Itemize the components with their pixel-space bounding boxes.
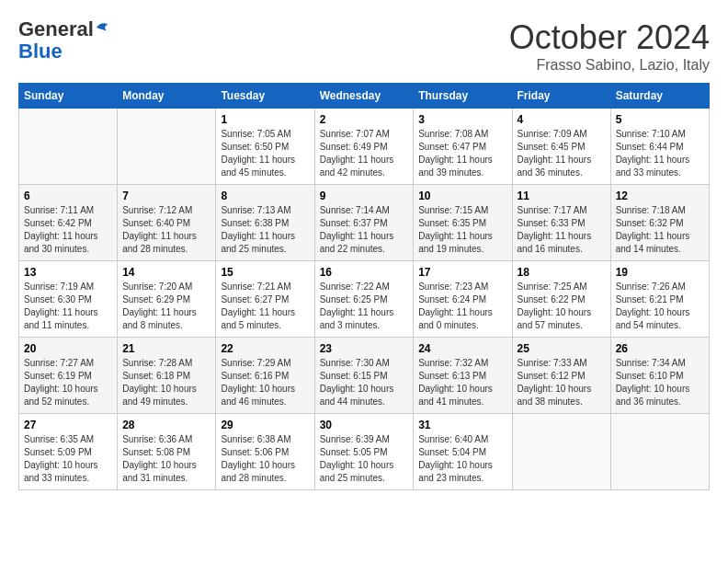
day-info: Sunrise: 6:35 AM Sunset: 5:09 PM Dayligh… <box>24 433 112 485</box>
day-info: Sunrise: 7:32 AM Sunset: 6:13 PM Dayligh… <box>418 357 506 408</box>
calendar-day-18: 18Sunrise: 7:25 AM Sunset: 6:22 PM Dayli… <box>512 261 610 338</box>
calendar-header-row: SundayMondayTuesdayWednesdayThursdayFrid… <box>19 84 710 109</box>
day-info: Sunrise: 7:08 AM Sunset: 6:47 PM Dayligh… <box>418 128 506 179</box>
day-info: Sunrise: 7:11 AM Sunset: 6:42 PM Dayligh… <box>24 204 112 256</box>
day-info: Sunrise: 6:39 AM Sunset: 5:05 PM Dayligh… <box>320 433 409 485</box>
calendar-day-28: 28Sunrise: 6:36 AM Sunset: 5:08 PM Dayli… <box>118 414 216 490</box>
day-number: 9 <box>320 190 409 202</box>
page-header: General Blue October 2024 Frasso Sabino,… <box>18 18 710 74</box>
calendar-day-23: 23Sunrise: 7:30 AM Sunset: 6:15 PM Dayli… <box>314 338 414 414</box>
day-info: Sunrise: 7:09 AM Sunset: 6:45 PM Dayligh… <box>518 128 606 179</box>
day-number: 18 <box>518 266 606 279</box>
calendar-day-14: 14Sunrise: 7:20 AM Sunset: 6:29 PM Dayli… <box>118 261 216 338</box>
day-info: Sunrise: 6:38 AM Sunset: 5:06 PM Dayligh… <box>221 433 309 485</box>
day-number: 24 <box>418 342 506 355</box>
calendar-week-row: 6Sunrise: 7:11 AM Sunset: 6:42 PM Daylig… <box>19 185 710 261</box>
calendar-day-27: 27Sunrise: 6:35 AM Sunset: 5:09 PM Dayli… <box>19 414 118 490</box>
day-info: Sunrise: 7:07 AM Sunset: 6:49 PM Dayligh… <box>320 128 409 179</box>
calendar-day-3: 3Sunrise: 7:08 AM Sunset: 6:47 PM Daylig… <box>414 109 512 185</box>
day-info: Sunrise: 7:28 AM Sunset: 6:18 PM Dayligh… <box>122 357 210 408</box>
day-info: Sunrise: 7:14 AM Sunset: 6:37 PM Dayligh… <box>320 204 409 256</box>
day-info: Sunrise: 6:40 AM Sunset: 5:04 PM Dayligh… <box>418 433 506 485</box>
logo: General Blue <box>18 18 111 63</box>
day-info: Sunrise: 7:23 AM Sunset: 6:24 PM Dayligh… <box>418 281 506 332</box>
day-info: Sunrise: 7:10 AM Sunset: 6:44 PM Dayligh… <box>616 128 704 179</box>
calendar-day-29: 29Sunrise: 6:38 AM Sunset: 5:06 PM Dayli… <box>216 414 314 490</box>
day-info: Sunrise: 7:13 AM Sunset: 6:38 PM Dayligh… <box>221 204 309 256</box>
day-number: 12 <box>616 190 704 202</box>
calendar-day-12: 12Sunrise: 7:18 AM Sunset: 6:32 PM Dayli… <box>610 185 709 261</box>
logo-general: General <box>18 17 94 40</box>
empty-day <box>118 109 216 185</box>
day-info: Sunrise: 7:15 AM Sunset: 6:35 PM Dayligh… <box>418 204 506 256</box>
location: Frasso Sabino, Lazio, Italy <box>509 57 710 74</box>
day-info: Sunrise: 7:27 AM Sunset: 6:19 PM Dayligh… <box>24 357 112 408</box>
calendar-week-row: 20Sunrise: 7:27 AM Sunset: 6:19 PM Dayli… <box>19 338 710 414</box>
empty-day <box>610 414 709 490</box>
calendar-week-row: 27Sunrise: 6:35 AM Sunset: 5:09 PM Dayli… <box>19 414 710 490</box>
day-header-sunday: Sunday <box>19 84 118 109</box>
day-info: Sunrise: 7:26 AM Sunset: 6:21 PM Dayligh… <box>616 281 704 332</box>
day-number: 23 <box>320 342 409 355</box>
day-number: 14 <box>122 266 210 279</box>
calendar-day-31: 31Sunrise: 6:40 AM Sunset: 5:04 PM Dayli… <box>414 414 512 490</box>
day-header-friday: Friday <box>512 84 610 109</box>
day-number: 13 <box>24 266 112 279</box>
logo-blue: Blue <box>18 40 63 63</box>
calendar-day-19: 19Sunrise: 7:26 AM Sunset: 6:21 PM Dayli… <box>610 261 709 338</box>
day-info: Sunrise: 7:05 AM Sunset: 6:50 PM Dayligh… <box>221 128 309 179</box>
day-number: 26 <box>616 342 704 355</box>
logo-bird-icon <box>95 19 111 36</box>
day-number: 16 <box>320 266 409 279</box>
day-header-tuesday: Tuesday <box>216 84 314 109</box>
day-info: Sunrise: 7:34 AM Sunset: 6:10 PM Dayligh… <box>616 357 704 408</box>
day-info: Sunrise: 7:30 AM Sunset: 6:15 PM Dayligh… <box>320 357 409 408</box>
day-number: 20 <box>24 342 112 355</box>
day-info: Sunrise: 7:25 AM Sunset: 6:22 PM Dayligh… <box>518 281 606 332</box>
day-info: Sunrise: 7:21 AM Sunset: 6:27 PM Dayligh… <box>221 281 309 332</box>
calendar-day-7: 7Sunrise: 7:12 AM Sunset: 6:40 PM Daylig… <box>118 185 216 261</box>
calendar-day-8: 8Sunrise: 7:13 AM Sunset: 6:38 PM Daylig… <box>216 185 314 261</box>
calendar-day-16: 16Sunrise: 7:22 AM Sunset: 6:25 PM Dayli… <box>314 261 414 338</box>
month-title: October 2024 <box>509 18 710 57</box>
empty-day <box>512 414 610 490</box>
calendar-day-6: 6Sunrise: 7:11 AM Sunset: 6:42 PM Daylig… <box>19 185 118 261</box>
calendar-day-13: 13Sunrise: 7:19 AM Sunset: 6:30 PM Dayli… <box>19 261 118 338</box>
calendar-week-row: 1Sunrise: 7:05 AM Sunset: 6:50 PM Daylig… <box>19 109 710 185</box>
day-number: 17 <box>418 266 506 279</box>
day-info: Sunrise: 7:33 AM Sunset: 6:12 PM Dayligh… <box>518 357 606 408</box>
day-number: 28 <box>122 419 210 431</box>
calendar-day-10: 10Sunrise: 7:15 AM Sunset: 6:35 PM Dayli… <box>414 185 512 261</box>
day-info: Sunrise: 7:20 AM Sunset: 6:29 PM Dayligh… <box>122 281 210 332</box>
day-number: 3 <box>418 113 506 126</box>
calendar-day-4: 4Sunrise: 7:09 AM Sunset: 6:45 PM Daylig… <box>512 109 610 185</box>
calendar-day-20: 20Sunrise: 7:27 AM Sunset: 6:19 PM Dayli… <box>19 338 118 414</box>
day-header-thursday: Thursday <box>414 84 512 109</box>
calendar-day-30: 30Sunrise: 6:39 AM Sunset: 5:05 PM Dayli… <box>314 414 414 490</box>
title-section: October 2024 Frasso Sabino, Lazio, Italy <box>509 18 710 74</box>
day-number: 31 <box>418 419 506 431</box>
day-info: Sunrise: 7:17 AM Sunset: 6:33 PM Dayligh… <box>518 204 606 256</box>
day-info: Sunrise: 7:29 AM Sunset: 6:16 PM Dayligh… <box>221 357 309 408</box>
calendar-day-17: 17Sunrise: 7:23 AM Sunset: 6:24 PM Dayli… <box>414 261 512 338</box>
day-number: 10 <box>418 190 506 202</box>
day-number: 27 <box>24 419 112 431</box>
calendar-week-row: 13Sunrise: 7:19 AM Sunset: 6:30 PM Dayli… <box>19 261 710 338</box>
day-header-monday: Monday <box>118 84 216 109</box>
day-number: 4 <box>518 113 606 126</box>
day-info: Sunrise: 6:36 AM Sunset: 5:08 PM Dayligh… <box>122 433 210 485</box>
calendar-day-5: 5Sunrise: 7:10 AM Sunset: 6:44 PM Daylig… <box>610 109 709 185</box>
day-number: 2 <box>320 113 409 126</box>
calendar-day-21: 21Sunrise: 7:28 AM Sunset: 6:18 PM Dayli… <box>118 338 216 414</box>
day-info: Sunrise: 7:12 AM Sunset: 6:40 PM Dayligh… <box>122 204 210 256</box>
calendar-table: SundayMondayTuesdayWednesdayThursdayFrid… <box>18 83 710 490</box>
day-number: 1 <box>221 113 309 126</box>
calendar-day-11: 11Sunrise: 7:17 AM Sunset: 6:33 PM Dayli… <box>512 185 610 261</box>
day-number: 6 <box>24 190 112 202</box>
day-number: 5 <box>616 113 704 126</box>
calendar-day-25: 25Sunrise: 7:33 AM Sunset: 6:12 PM Dayli… <box>512 338 610 414</box>
day-header-wednesday: Wednesday <box>314 84 414 109</box>
calendar-day-9: 9Sunrise: 7:14 AM Sunset: 6:37 PM Daylig… <box>314 185 414 261</box>
empty-day <box>19 109 118 185</box>
day-number: 21 <box>122 342 210 355</box>
